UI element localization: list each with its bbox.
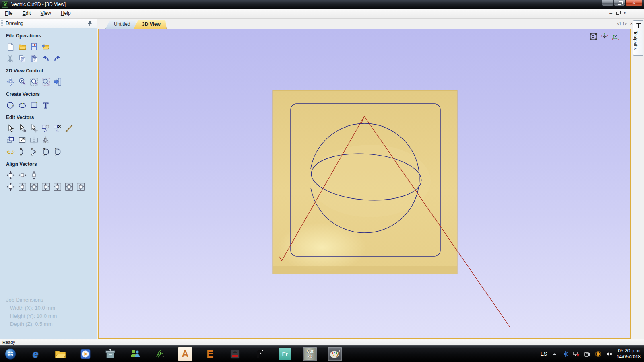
node-edit-icon[interactable]: [18, 124, 27, 133]
toolpaths-flyout-tab[interactable]: Toolpaths: [633, 20, 643, 56]
3d-scene: [99, 29, 630, 338]
align-left-icon[interactable]: [18, 182, 27, 191]
zoom-interactive-icon[interactable]: [18, 77, 27, 86]
taskbar-clock[interactable]: 05:20 p.m. 14/05/2018: [617, 348, 641, 360]
centre-in-material-icon[interactable]: [6, 182, 15, 191]
zoom-box-icon[interactable]: [29, 77, 39, 86]
tab-untitled[interactable]: Untitled: [105, 20, 136, 29]
taskbar-paint-app[interactable]: [328, 347, 342, 361]
ungroup-vectors-icon[interactable]: [53, 124, 62, 133]
pipe-tool-icon: [254, 348, 266, 360]
mdi-close-button[interactable]: ×: [623, 10, 626, 16]
menu-view[interactable]: View: [37, 9, 55, 16]
toolpaths-icon: [636, 22, 641, 29]
transform-tool-icon[interactable]: [29, 124, 39, 133]
mdi-restore-button[interactable]: [616, 12, 619, 15]
paste-icon[interactable]: [29, 54, 39, 63]
taskbar-media-red-app[interactable]: [228, 347, 242, 361]
align-v-material-icon[interactable]: [76, 182, 85, 191]
align-h-material-icon[interactable]: [64, 182, 74, 191]
fit-curve-icon[interactable]: [29, 147, 39, 156]
window-close-button[interactable]: ✕: [625, 0, 642, 6]
status-bar: Ready: [0, 339, 644, 345]
align-h-centre-icon[interactable]: [18, 171, 27, 180]
cut-icon[interactable]: [6, 54, 15, 63]
weld-vectors-icon[interactable]: [6, 147, 15, 156]
menu-file[interactable]: File: [1, 9, 16, 16]
pin-icon[interactable]: [87, 20, 93, 26]
tab-scroll-left-icon[interactable]: ◁: [617, 21, 620, 26]
taskbar-messenger[interactable]: [128, 347, 142, 361]
set-size-icon[interactable]: [18, 136, 27, 145]
bluetooth-icon[interactable]: [562, 351, 569, 357]
align-centre-icon[interactable]: [6, 171, 15, 180]
taskbar-autocad[interactable]: A: [178, 347, 192, 361]
save-file-icon[interactable]: [29, 42, 39, 51]
align-bottom-icon[interactable]: [53, 182, 62, 191]
switch-pane-icon[interactable]: [53, 77, 62, 86]
taskbar-winrar-app[interactable]: [103, 347, 118, 361]
redo-icon[interactable]: [53, 54, 62, 63]
start-button[interactable]: [3, 347, 18, 361]
group-vectors-icon[interactable]: [41, 124, 50, 133]
new-file-icon[interactable]: [6, 42, 15, 51]
taskbar-vectric-cut2d[interactable]: Cut 2D: [303, 347, 317, 361]
section-2d-view-control: 2D View Control: [6, 68, 97, 74]
network-status-icon[interactable]: [573, 351, 580, 357]
taskbar-internet-explorer[interactable]: e: [28, 347, 43, 361]
undo-icon[interactable]: [41, 54, 50, 63]
plan-view-z-icon[interactable]: Z 2 x: [612, 33, 620, 41]
ie-icon: e: [33, 348, 38, 360]
select-tool-icon[interactable]: [6, 124, 15, 133]
zoom-drawing-icon[interactable]: [41, 77, 50, 86]
measure-icon[interactable]: [64, 124, 74, 133]
draw-ellipse-icon[interactable]: [18, 101, 27, 110]
isometric-view-icon[interactable]: z y x: [601, 33, 609, 41]
section-file-operations: File Operations: [6, 33, 97, 39]
menu-edit[interactable]: Edit: [19, 9, 35, 16]
window-restore-button[interactable]: [614, 0, 625, 6]
join-curve-icon[interactable]: [18, 147, 27, 156]
draw-rectangle-icon[interactable]: [29, 101, 39, 110]
draw-text-icon[interactable]: [41, 101, 50, 110]
volume-icon[interactable]: [606, 351, 612, 357]
svg-text:x: x: [607, 34, 608, 37]
mirror-icon[interactable]: [41, 136, 50, 145]
messenger-people-icon: [129, 348, 141, 360]
draw-circle-icon[interactable]: [6, 101, 15, 110]
language-indicator[interactable]: ES: [541, 351, 547, 357]
chamfer-icon[interactable]: [53, 147, 62, 156]
copy-icon[interactable]: [18, 54, 27, 63]
job-depth: Depth (Z): 0.5 mm: [6, 320, 57, 328]
fillet-icon[interactable]: [41, 147, 50, 156]
folder-icon: [54, 348, 66, 360]
taskbar-design-app[interactable]: [153, 347, 167, 361]
taskbar-windows-explorer[interactable]: [53, 347, 68, 361]
offset-vectors-icon[interactable]: [6, 136, 15, 145]
panel-grip[interactable]: [1, 20, 3, 27]
open-file-icon[interactable]: [18, 42, 27, 51]
align-v-centre-icon[interactable]: [29, 171, 39, 180]
notification-glow-icon[interactable]: [595, 351, 601, 357]
align-top-icon[interactable]: [41, 182, 50, 191]
window-minimize-button[interactable]: —: [602, 0, 613, 6]
3d-view-canvas[interactable]: z y x Z 2 x: [98, 29, 631, 339]
taskbar-media-player[interactable]: [78, 347, 93, 361]
drawing-panel-title: Drawing: [6, 21, 23, 26]
zoom-extents-3d-icon[interactable]: [589, 33, 597, 41]
taskbar-pipe-tool-app[interactable]: [253, 347, 267, 361]
taskbar-editor-e-app[interactable]: E: [203, 347, 217, 361]
show-hidden-icons[interactable]: [551, 351, 558, 357]
tab-3d-view[interactable]: 3D View: [134, 20, 167, 29]
import-vectors-icon[interactable]: [41, 42, 50, 51]
pan-view-icon[interactable]: [6, 77, 15, 86]
mdi-minimize-button[interactable]: –: [609, 10, 612, 16]
stretch-icon[interactable]: [29, 136, 39, 145]
align-right-icon[interactable]: [29, 182, 39, 191]
job-dimensions-title: Job Dimensions: [6, 296, 57, 304]
tab-scroll-right-icon[interactable]: ▷: [623, 21, 627, 26]
removable-device-icon[interactable]: [584, 351, 590, 357]
taskbar-fr-app[interactable]: Fr: [278, 347, 292, 361]
toolpaths-label: Toolpaths: [633, 31, 638, 50]
menu-help[interactable]: Help: [57, 9, 74, 16]
